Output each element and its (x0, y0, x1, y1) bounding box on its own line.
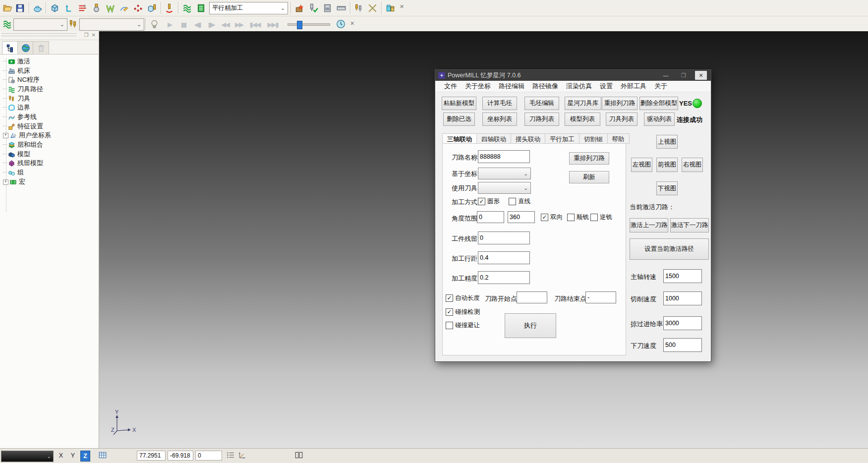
sidebar-item-boundaries[interactable]: 边界 (3, 103, 30, 112)
sim-tool-combo[interactable]: ⌄ (79, 18, 144, 31)
sidebar-item-activate[interactable]: 激活 (3, 57, 30, 66)
sidebar-item-machine[interactable]: 机床 (3, 66, 30, 75)
status-combo[interactable]: ⌄ (1, 451, 54, 462)
sim-to-end-button[interactable]: ▶▶▮ (265, 19, 281, 29)
list-options-icon[interactable] (226, 451, 235, 461)
view-bottom-button[interactable]: 下视图 (656, 181, 678, 195)
close-button[interactable]: ✕ (695, 71, 707, 80)
edit-stock-button[interactable]: 毛坯编辑 (524, 97, 559, 110)
crossed-arrows-icon[interactable] (367, 2, 378, 13)
tab-swivel-head[interactable]: 摆头联动 (511, 133, 545, 144)
tab-3axis[interactable]: 三轴联动 (442, 133, 477, 144)
activate-prev-button[interactable]: 激活上一刀路 (630, 218, 668, 232)
bulb-icon[interactable] (149, 18, 160, 29)
toolpath-list-button[interactable]: 刀路列表 (524, 113, 559, 126)
block-icon[interactable] (49, 2, 60, 13)
expand-icon[interactable]: + (3, 179, 8, 185)
tool-pair-icon[interactable] (353, 2, 364, 13)
pattern-pencil-icon[interactable] (118, 2, 129, 13)
coord-z-value[interactable]: 0 (195, 451, 222, 461)
view-right-button[interactable]: 右视图 (682, 158, 703, 172)
folder-open-icon[interactable] (2, 2, 13, 13)
paste-model-button[interactable]: 粘贴新模型 (442, 97, 476, 110)
plunge-speed-input[interactable] (663, 338, 702, 352)
panel-float-icon[interactable]: ❒ (84, 32, 89, 38)
sidebar-item-toolpaths[interactable]: 刀具路径 (3, 85, 43, 94)
sim-pause-button[interactable]: ▮▮ (177, 19, 189, 29)
tolerance-input[interactable] (478, 271, 530, 284)
sidebar-item-patterns[interactable]: 参考线 (3, 113, 37, 121)
conventional-mill-checkbox[interactable]: 逆铣 (590, 213, 612, 222)
view-front-button[interactable]: 前视图 (656, 158, 678, 172)
sidebar-item-nc-programs[interactable]: NC程序 (3, 75, 40, 84)
axis-x-button[interactable]: X (57, 451, 65, 461)
cylinders-icon[interactable] (385, 2, 396, 13)
tool-list-button[interactable]: 刀具列表 (606, 113, 637, 126)
maximize-button[interactable]: ❒ (676, 71, 691, 80)
toolbar-close-icon[interactable]: ✕ (400, 3, 404, 10)
sidebar-item-levels-sets[interactable]: 层和组合 (3, 140, 43, 149)
tab-parallel[interactable]: 平行加工 (545, 133, 579, 144)
coord-list-button[interactable]: 坐标列表 (482, 113, 517, 126)
menu-render-sim[interactable]: 渲染仿真 (562, 82, 596, 91)
delete-all-models-button[interactable]: 删除全部模型 (639, 97, 678, 110)
sim-toolpath-combo[interactable]: ⌄ (13, 18, 67, 31)
execute-button[interactable]: 执行 (505, 313, 556, 338)
sim-rewind-button[interactable]: ◀◀ (219, 19, 231, 29)
sim-step-fwd-button[interactable]: ▮▶ (205, 19, 217, 29)
feature-block-icon[interactable] (146, 2, 157, 13)
activate-next-button[interactable]: 激活下一刀路 (670, 218, 709, 232)
tool-axis-icon[interactable] (238, 451, 247, 461)
axis-y-button[interactable]: Y (68, 451, 77, 461)
toolpath-name-input[interactable] (478, 150, 530, 163)
toolpath-list-icon[interactable] (195, 2, 206, 13)
clock-icon[interactable] (335, 18, 346, 29)
view-left-button[interactable]: 左视图 (631, 158, 652, 172)
refresh-button[interactable]: 刷新 (569, 171, 609, 183)
menu-path-mirror[interactable]: 路径镜像 (528, 82, 562, 91)
set-active-path-button[interactable]: 设置当前激活路径 (630, 238, 709, 260)
panel-close-icon[interactable]: ✕ (92, 32, 96, 38)
grid-icon[interactable] (98, 451, 107, 461)
toolbox-star-icon[interactable] (294, 2, 305, 13)
tool-library-button[interactable]: 星河刀具库 (565, 97, 601, 110)
ruler-icon[interactable] (336, 2, 347, 13)
sim-forward-button[interactable]: ▶▶ (233, 19, 245, 29)
circle-checkbox[interactable]: ✓圆形 (478, 197, 500, 206)
menu-path-edit[interactable]: 路径编辑 (495, 82, 528, 91)
sidebar-item-feature-sets[interactable]: 特征设置 (3, 122, 43, 131)
active-toolpath-combo[interactable]: 平行精加工 ⌄ (209, 2, 288, 14)
menu-ext-tools[interactable]: 外部工具 (617, 82, 650, 91)
coord-y-value[interactable]: -69.918 (168, 451, 193, 461)
menu-coords[interactable]: 关于坐标 (461, 82, 495, 91)
toolpath-spring-icon[interactable] (181, 2, 192, 13)
skim-feed-input[interactable] (663, 316, 702, 330)
calculator-icon[interactable] (322, 2, 333, 13)
tool-arc-icon[interactable] (164, 2, 174, 13)
angle-to-input[interactable] (508, 211, 535, 223)
tab-explorer-tree[interactable] (2, 41, 18, 55)
tab-globe[interactable] (17, 41, 34, 55)
leads-links-icon[interactable] (77, 2, 88, 13)
dual-view-icon[interactable] (294, 451, 303, 461)
tab-cutting-saw[interactable]: 切割锯 (579, 133, 608, 144)
save-icon[interactable] (14, 2, 25, 13)
boundary-w-icon[interactable] (105, 2, 116, 13)
menu-file[interactable]: 文件 (440, 82, 461, 91)
collision-avoid-checkbox[interactable]: 碰撞避让 (446, 321, 480, 330)
tab-help[interactable]: 帮助 (608, 133, 630, 144)
bidirectional-checkbox[interactable]: ✓双向 (541, 213, 563, 222)
tab-4axis[interactable]: 四轴联动 (477, 133, 511, 144)
sim-to-start-button[interactable]: ▮◀◀ (247, 19, 263, 29)
panel-grip[interactable]: ❒ ✕ (0, 31, 99, 40)
calc-stock-button[interactable]: 计算毛坯 (482, 97, 517, 110)
end-point-input[interactable] (585, 291, 616, 303)
model-list-button[interactable]: 模型列表 (565, 113, 600, 126)
teapot-render-icon[interactable] (32, 2, 43, 13)
sidebar-item-stock-models[interactable]: 残留模型 (3, 159, 43, 168)
menu-about[interactable]: 关于 (650, 82, 671, 91)
toolpath-arrow-icon[interactable] (63, 2, 74, 13)
stepover-input[interactable] (478, 251, 530, 264)
sim-play-button[interactable]: ▶ (164, 19, 175, 29)
sidebar-item-workplanes[interactable]: +用户坐标系 (3, 131, 51, 140)
